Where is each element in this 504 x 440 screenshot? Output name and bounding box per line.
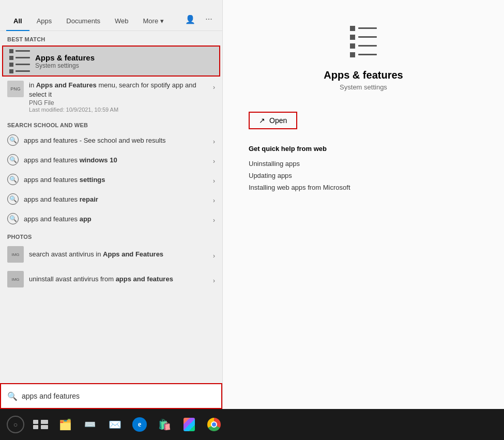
apps-features-icon xyxy=(10,52,29,70)
web-item-3-arrow[interactable]: › xyxy=(213,174,215,185)
tab-web[interactable]: Web xyxy=(108,12,136,31)
cortana-icon: ○ xyxy=(7,416,24,433)
task-view-icon xyxy=(33,420,48,429)
web-item-1-arrow[interactable]: › xyxy=(213,135,215,145)
photos-item-2[interactable]: IMG uninstall avast antivirus from apps … xyxy=(0,267,222,292)
right-panel-inner: ↗ Open Get quick help from web Uninstall… xyxy=(238,112,488,193)
search-circle-icon-1: 🔍 xyxy=(7,134,19,146)
photos-item-1-arrow[interactable]: › xyxy=(213,249,215,260)
mail-button[interactable]: ✉️ xyxy=(103,413,126,436)
web-search-text-4: apps and features repair xyxy=(24,195,208,203)
best-match-label: Best match xyxy=(0,31,222,45)
best-match-title: Apps & features xyxy=(35,53,212,62)
best-match-subtitle: System settings xyxy=(35,62,212,69)
file-type-label: PNG File xyxy=(29,99,208,107)
search-circle-icon-2: 🔍 xyxy=(7,154,19,165)
tab-more[interactable]: More ▾ xyxy=(136,12,171,31)
web-search-item-3[interactable]: 🔍 apps and features settings › xyxy=(0,170,222,189)
result-title: Apps & features xyxy=(324,69,403,81)
photo-thumb-2: IMG xyxy=(7,271,24,287)
web-search-text-1: apps and features - See school and web r… xyxy=(24,136,208,144)
file-result-text: in Apps and Features menu, search for sp… xyxy=(29,81,208,113)
web-item-5-arrow[interactable]: › xyxy=(213,214,215,224)
chrome-button[interactable] xyxy=(203,413,225,436)
search-popup: All Apps Documents Web More ▾ 👤 ··· Best… xyxy=(0,0,222,409)
search-circle-icon-3: 🔍 xyxy=(7,174,19,185)
photos-section-label: Photos xyxy=(0,229,222,242)
right-panel: Apps & features System settings ↗ Open G… xyxy=(222,0,504,409)
web-search-item-1[interactable]: 🔍 apps and features - See school and web… xyxy=(0,130,222,150)
file-explorer-icon: 🗂️ xyxy=(59,418,72,431)
store-icon: 🛍️ xyxy=(158,418,171,431)
quick-help-label: Get quick help from web xyxy=(249,145,327,153)
cortana-button[interactable]: ○ xyxy=(4,413,27,436)
right-panel-top: Apps & features System settings xyxy=(238,21,488,112)
keyboard-button[interactable]: ⌨️ xyxy=(79,413,101,436)
png-file-icon: PNG xyxy=(7,81,24,97)
more-options-button[interactable]: ··· xyxy=(202,12,216,26)
user-icon: 👤 xyxy=(185,14,195,24)
web-item-4-arrow[interactable]: › xyxy=(213,194,215,204)
photos-item-2-arrow[interactable]: › xyxy=(213,274,215,284)
task-view-button[interactable] xyxy=(29,413,52,436)
file-modified-label: Last modified: 10/9/2021, 10:59 AM xyxy=(29,107,208,113)
photos-text-1: search avast antivirus in Apps and Featu… xyxy=(29,250,208,259)
search-bar: 🔍 xyxy=(0,383,222,409)
tab-all[interactable]: All xyxy=(6,12,29,31)
quick-link-installing[interactable]: Installing web apps from Microsoft xyxy=(249,181,350,193)
web-search-item-2[interactable]: 🔍 apps and features windows 10 › xyxy=(0,150,222,170)
best-match-item[interactable]: Apps & features System settings xyxy=(2,45,220,77)
tabs-area: All Apps Documents Web More ▾ 👤 ··· xyxy=(0,0,222,31)
search-bar-icon: 🔍 xyxy=(7,391,18,401)
result-large-icon xyxy=(343,21,384,62)
file-result-arrow[interactable]: › xyxy=(213,81,215,91)
figma-icon xyxy=(184,418,195,431)
edge-icon: e xyxy=(132,417,147,432)
web-item-2-arrow[interactable]: › xyxy=(213,155,215,165)
search-input[interactable] xyxy=(22,392,215,400)
web-search-text-2: apps and features windows 10 xyxy=(24,156,208,164)
taskbar: ○ 🗂️ ⌨️ ✉️ e 🛍️ xyxy=(0,409,504,440)
web-search-item-4[interactable]: 🔍 apps and features repair › xyxy=(0,189,222,209)
photo-thumb-1: IMG xyxy=(7,246,24,263)
search-school-label: Search school and web xyxy=(0,117,222,130)
user-feedback-button[interactable]: 👤 xyxy=(183,12,197,26)
open-button[interactable]: ↗ Open xyxy=(249,112,297,129)
chevron-down-icon: ▾ xyxy=(160,17,164,25)
web-search-item-5[interactable]: 🔍 apps and features app › xyxy=(0,209,222,229)
file-explorer-button[interactable]: 🗂️ xyxy=(54,413,77,436)
photos-text-2: uninstall avast antivirus from apps and … xyxy=(29,275,208,284)
tabs-right: 👤 ··· xyxy=(183,12,216,31)
result-subtitle: System settings xyxy=(340,83,387,91)
quick-link-updating[interactable]: Updating apps xyxy=(249,170,292,181)
web-search-text-3: apps and features settings xyxy=(24,176,208,184)
left-panel: Best match xyxy=(0,31,222,381)
web-search-text-5: apps and features app xyxy=(24,215,208,223)
file-result-item[interactable]: PNG in Apps and Features menu, search fo… xyxy=(0,77,222,117)
best-match-text: Apps & features System settings xyxy=(35,53,212,69)
mail-icon: ✉️ xyxy=(109,418,121,431)
quick-link-uninstalling[interactable]: Uninstalling apps xyxy=(249,158,300,170)
keyboard-icon: ⌨️ xyxy=(84,419,96,430)
open-button-icon: ↗ xyxy=(259,116,265,125)
tab-documents[interactable]: Documents xyxy=(59,12,108,31)
ellipsis-icon: ··· xyxy=(205,14,212,24)
store-button[interactable]: 🛍️ xyxy=(153,413,176,436)
photos-item-1[interactable]: IMG search avast antivirus in Apps and F… xyxy=(0,242,222,267)
search-circle-icon-5: 🔍 xyxy=(7,213,19,224)
tabs-left: All Apps Documents Web More ▾ xyxy=(6,12,171,31)
search-circle-icon-4: 🔍 xyxy=(7,193,19,205)
figma-button[interactable] xyxy=(178,413,201,436)
file-result-main: in Apps and Features menu, search for sp… xyxy=(29,81,208,99)
tab-apps[interactable]: Apps xyxy=(29,12,59,31)
edge-button[interactable]: e xyxy=(128,413,151,436)
chrome-icon xyxy=(207,418,221,431)
